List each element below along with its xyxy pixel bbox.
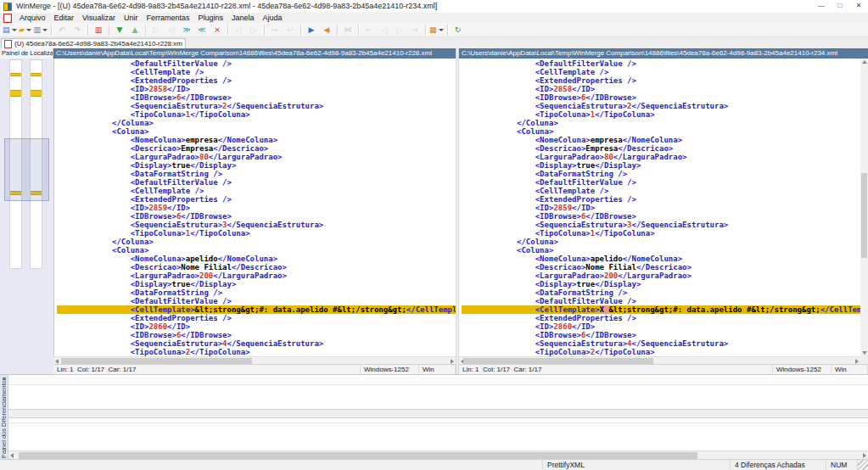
- code-line[interactable]: <Descricao>Nome Filial</Descricao>: [462, 263, 860, 271]
- code-line[interactable]: <ID>2858</ID>: [57, 85, 456, 93]
- new-file-button[interactable]: ▤: [3, 24, 17, 36]
- scroll-up-icon[interactable]: [862, 60, 867, 64]
- left-file-header[interactable]: C:\Users\danie\AppData\Local\Temp\WinMer…: [53, 48, 456, 59]
- line-filter-button[interactable]: ▥: [92, 24, 105, 36]
- resize-grip[interactable]: [858, 460, 868, 470]
- menu-item-ferramentas[interactable]: Ferramentas: [142, 13, 193, 23]
- code-line[interactable]: <Display>true</Display>: [57, 280, 456, 288]
- code-line[interactable]: <DefaultFilterValue />: [57, 59, 456, 68]
- code-line[interactable]: <CellTemplate />: [57, 187, 456, 195]
- code-line[interactable]: <DefaultFilterValue />: [57, 178, 456, 187]
- minimize-icon[interactable]: —: [812, 0, 831, 13]
- code-line[interactable]: <ExtendedProperties />: [462, 314, 860, 322]
- code-line[interactable]: <DataFormatString />: [462, 170, 860, 178]
- encoding-status[interactable]: Windows-1252: [361, 365, 419, 374]
- code-line[interactable]: <SequenciaEstrutura>4</SequenciaEstrutur…: [462, 339, 860, 348]
- encoding-status[interactable]: Windows-1252: [773, 365, 832, 374]
- menu-item-visualizar[interactable]: Visualizar: [78, 13, 120, 23]
- right-editor[interactable]: <DefaultFilterValue /> <CellTemplate /> …: [459, 59, 860, 356]
- code-line[interactable]: </Coluna>: [462, 119, 860, 127]
- horizontal-scroll-thumb[interactable]: [463, 358, 653, 364]
- code-line[interactable]: <TipoColuna>1</TipoColuna>: [462, 110, 860, 119]
- code-line[interactable]: <IDBrowse>6</IDBrowse>: [57, 331, 456, 339]
- scroll-down-icon[interactable]: [862, 351, 867, 355]
- code-line[interactable]: <ID>2860</ID>: [462, 322, 860, 331]
- prev-conflict-button[interactable]: ◁: [232, 24, 245, 36]
- auto-merge-button[interactable]: ×: [210, 24, 224, 36]
- undo-button[interactable]: ↶: [55, 24, 69, 36]
- code-line[interactable]: <Display>true</Display>: [57, 161, 456, 170]
- copy-all-left-button[interactable]: ◀: [320, 24, 333, 36]
- code-line[interactable]: <ID>2859</ID>: [462, 204, 860, 212]
- code-line[interactable]: <TipoColuna>1</TipoColuna>: [57, 229, 456, 238]
- code-line[interactable]: <IDBrowse>6</IDBrowse>: [57, 93, 456, 102]
- code-line[interactable]: <LarguraPadrao>200</LarguraPadrao>: [462, 271, 860, 280]
- code-line[interactable]: <LarguraPadrao>80</LarguraPadrao>: [57, 153, 456, 161]
- maximize-icon[interactable]: □: [831, 0, 849, 13]
- next-file-button[interactable]: ▷: [393, 24, 406, 36]
- code-line[interactable]: <Display>true</Display>: [462, 161, 860, 170]
- diff-pane-splitter[interactable]: [8, 409, 868, 418]
- code-line[interactable]: <Coluna>: [462, 246, 860, 255]
- selected-diff-line[interactable]: <CellTemplate>X &lt;strong&gt;#: data.ap…: [462, 305, 860, 314]
- code-line[interactable]: <LarguraPadrao>200</LarguraPadrao>: [57, 271, 456, 280]
- close-icon[interactable]: ✕: [849, 0, 868, 13]
- location-pane[interactable]: [0, 59, 53, 374]
- code-line[interactable]: <ExtendedProperties />: [57, 195, 456, 204]
- all-left-button[interactable]: ≪: [195, 24, 209, 36]
- code-line[interactable]: <CellTemplate />: [462, 187, 860, 195]
- eol-status[interactable]: Win: [832, 365, 868, 374]
- next-conflict-button[interactable]: ▷: [247, 24, 260, 36]
- selected-diff-line[interactable]: <CellTemplate>&lt;strong&gt;#: data.apel…: [57, 305, 456, 314]
- plugins-button[interactable]: ▦: [429, 24, 444, 36]
- code-line[interactable]: <TipoColuna>2</TipoColuna>: [57, 348, 456, 356]
- refresh-button[interactable]: ↻: [451, 24, 465, 36]
- copy-left-advance-button[interactable]: ↩: [283, 24, 297, 36]
- code-line[interactable]: <NomeColuna>apelido</NomeColuna>: [462, 255, 860, 263]
- code-line[interactable]: <SequenciaEstrutura>3</SequenciaEstrutur…: [57, 221, 456, 229]
- code-line[interactable]: <ExtendedProperties />: [57, 314, 456, 322]
- code-line[interactable]: <CellTemplate />: [462, 68, 860, 76]
- copy-right-advance-button[interactable]: ↪: [268, 24, 282, 36]
- prev-difference-button[interactable]: ▲: [128, 24, 142, 36]
- code-line[interactable]: <IDBrowse>6</IDBrowse>: [57, 212, 456, 221]
- menu-item-unir[interactable]: Unir: [120, 13, 143, 23]
- code-line[interactable]: <IDBrowse>6</IDBrowse>: [462, 212, 860, 221]
- code-line[interactable]: <DefaultFilterValue />: [462, 59, 860, 68]
- code-line[interactable]: <Coluna>: [462, 127, 860, 136]
- copy-all-right-button[interactable]: ▶: [305, 24, 318, 36]
- code-line[interactable]: <Descricao>Nome Filial</Descricao>: [57, 263, 456, 271]
- vertical-scroll-thumb[interactable]: [861, 173, 867, 258]
- code-line[interactable]: <ID>2860</ID>: [57, 322, 456, 331]
- code-line[interactable]: <DataFormatString />: [57, 288, 456, 297]
- menu-item-janela[interactable]: Janela: [227, 13, 259, 23]
- code-line[interactable]: <LarguraPadrao>80</LarguraPadrao>: [462, 153, 860, 161]
- copy-right-button[interactable]: ▷: [149, 24, 163, 36]
- last-file-button[interactable]: ⇥: [408, 24, 422, 36]
- scroll-right-icon[interactable]: [863, 453, 866, 458]
- copy-left-button[interactable]: ◁: [165, 24, 178, 36]
- prev-file-button[interactable]: ◁: [378, 24, 391, 36]
- code-line[interactable]: <NomeColuna>apelido</NomeColuna>: [57, 255, 456, 263]
- horizontal-scroll-thumb[interactable]: [19, 452, 697, 459]
- redo-button[interactable]: ↷: [70, 24, 84, 36]
- menu-item-editar[interactable]: Editar: [50, 13, 79, 23]
- code-line[interactable]: </Coluna>: [57, 119, 456, 127]
- code-line[interactable]: <Descricao>Empresa</Descricao>: [57, 144, 456, 153]
- open-button[interactable]: ▰: [19, 24, 32, 36]
- code-line[interactable]: <SequenciaEstrutura>3</SequenciaEstrutur…: [462, 221, 860, 229]
- code-line[interactable]: <DefaultFilterValue />: [462, 297, 860, 305]
- code-line[interactable]: <NomeColuna>empresa</NomeColuna>: [462, 136, 860, 144]
- code-line[interactable]: <ExtendedProperties />: [462, 195, 860, 204]
- code-line[interactable]: <DataFormatString />: [462, 288, 860, 297]
- code-line[interactable]: <TipoColuna>1</TipoColuna>: [57, 110, 456, 119]
- menu-item-arquivo[interactable]: Arquivo: [15, 13, 50, 23]
- code-line[interactable]: <ExtendedProperties />: [462, 76, 860, 85]
- code-line[interactable]: <Coluna>: [57, 127, 456, 136]
- code-line[interactable]: <CellTemplate />: [57, 68, 456, 76]
- code-line[interactable]: <ID>2859</ID>: [57, 204, 456, 212]
- code-line[interactable]: <DefaultFilterValue />: [57, 297, 456, 305]
- code-line[interactable]: <IDBrowse>6</IDBrowse>: [462, 93, 860, 102]
- code-line[interactable]: <SequenciaEstrutura>2</SequenciaEstrutur…: [57, 102, 456, 110]
- code-line[interactable]: <NomeColuna>empresa</NomeColuna>: [57, 136, 456, 144]
